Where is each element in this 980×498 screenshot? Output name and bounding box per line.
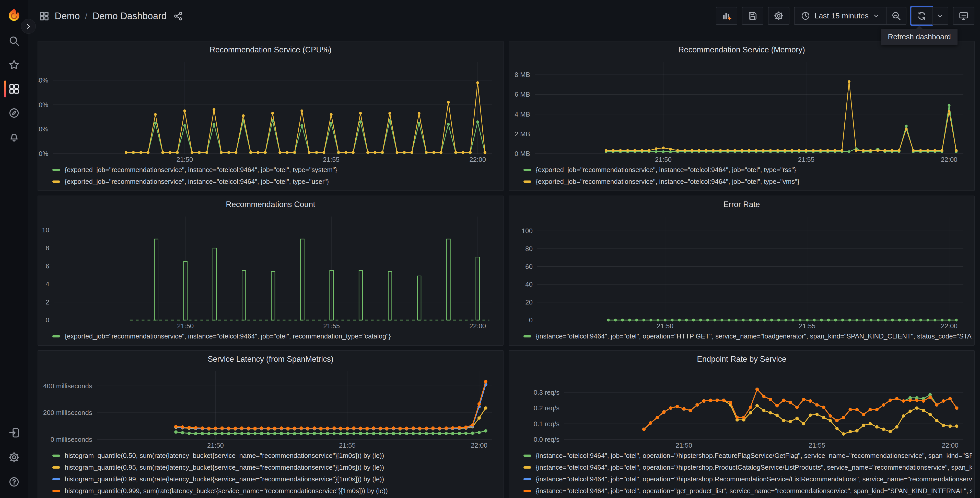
legend-item[interactable]: {exported_job="recommendationservice", i… xyxy=(523,164,972,176)
legend-item[interactable]: {instance="otelcol:9464", job="otel", op… xyxy=(523,485,972,497)
svg-text:30%: 30% xyxy=(38,77,48,84)
breadcrumb-page[interactable]: Demo Dashboard xyxy=(92,11,167,21)
legend-item[interactable]: {exported_job="recommendationservice", i… xyxy=(52,330,501,342)
svg-text:22:00: 22:00 xyxy=(471,442,487,449)
cycle-view-mode-button[interactable] xyxy=(953,7,974,25)
legend-label[interactable]: {exported_job="recommendationservice", i… xyxy=(536,178,799,185)
legend-label[interactable]: {exported_job="recommendationservice", i… xyxy=(536,166,796,174)
legend-item[interactable]: histogram_quantile(0.95, sum(rate(latenc… xyxy=(52,461,501,473)
legend-swatch xyxy=(52,335,60,337)
search-icon xyxy=(8,35,20,47)
legend-item[interactable]: histogram_quantile(0.50, sum(rate(latenc… xyxy=(52,450,501,461)
legend-swatch xyxy=(523,335,531,337)
time-series-chart[interactable]: 0 MB2 MB4 MB6 MB8 MB21:5021:5522:00 xyxy=(509,58,974,163)
panel-legend: {exported_job="recommendationservice", i… xyxy=(509,163,974,190)
panel-title[interactable]: Recommendations Count xyxy=(38,196,503,213)
legend-item[interactable]: histogram_quantile(0.99, sum(rate(latenc… xyxy=(52,473,501,485)
svg-text:21:50: 21:50 xyxy=(676,442,692,449)
sidebar-expand-button[interactable] xyxy=(21,19,36,34)
chart-canvas[interactable]: 02040608010021:5021:5522:00 xyxy=(509,213,974,330)
legend-item[interactable]: {instance="otelcol:9464", job="otel", op… xyxy=(523,450,972,461)
time-range-picker[interactable]: Last 15 minutes xyxy=(794,7,886,25)
panel-title[interactable]: Error Rate xyxy=(509,196,974,213)
sign-in-icon xyxy=(8,427,20,439)
legend-label[interactable]: {exported_job="recommendationservice", i… xyxy=(65,166,337,174)
time-series-chart[interactable]: 0%10%20%30%21:5021:5522:00 xyxy=(38,58,503,163)
svg-text:2: 2 xyxy=(46,298,49,306)
legend-item[interactable]: {instance="otelcol:9464", job="otel", op… xyxy=(523,461,972,473)
legend-swatch xyxy=(52,180,60,183)
legend-item[interactable]: {exported_job="recommendationservice", i… xyxy=(52,176,501,187)
legend-label[interactable]: {exported_job="recommendationservice", i… xyxy=(65,332,391,340)
panel-title[interactable]: Endpoint Rate by Service xyxy=(509,351,974,368)
legend-label[interactable]: histogram_quantile(0.95, sum(rate(latenc… xyxy=(65,463,384,471)
sidebar-item-alerting[interactable] xyxy=(8,131,20,143)
legend-label[interactable]: {instance="otelcol:9464", job="otel", op… xyxy=(536,475,972,483)
chart-canvas[interactable]: 024681021:5021:5522:00 xyxy=(38,213,503,330)
legend-label[interactable]: histogram_quantile(0.999, sum(rate(laten… xyxy=(65,487,388,495)
panel-title[interactable]: Service Latency (from SpanMetrics) xyxy=(38,351,503,368)
svg-text:0: 0 xyxy=(529,316,533,324)
zoom-out-button[interactable] xyxy=(886,7,907,25)
time-series-chart[interactable]: 02040608010021:5021:5522:00 xyxy=(509,213,974,330)
dashboard-settings-button[interactable] xyxy=(768,7,789,25)
sidebar-item-starred[interactable] xyxy=(8,59,20,71)
bar-chart[interactable]: 024681021:5021:5522:00 xyxy=(38,213,503,330)
svg-text:20%: 20% xyxy=(38,101,48,109)
legend-swatch xyxy=(523,180,531,183)
add-panel-button[interactable] xyxy=(716,7,737,25)
grafana-logo[interactable] xyxy=(6,8,22,24)
refresh-dashboard-button[interactable] xyxy=(911,7,932,25)
legend-label[interactable]: {instance="otelcol:9464", job="otel", op… xyxy=(536,463,972,471)
svg-text:0%: 0% xyxy=(38,150,48,158)
svg-text:60: 60 xyxy=(525,263,533,270)
svg-text:22:00: 22:00 xyxy=(469,322,486,330)
legend-item[interactable]: {exported_job="recommendationservice", i… xyxy=(52,164,501,176)
legend-label[interactable]: histogram_quantile(0.50, sum(rate(latenc… xyxy=(65,452,384,460)
legend-label[interactable]: {instance="otelcol:9464", job="otel", op… xyxy=(536,487,972,495)
apps-grid-icon xyxy=(39,11,49,21)
sidebar-item-configuration[interactable] xyxy=(8,452,20,463)
svg-text:21:50: 21:50 xyxy=(657,322,673,330)
svg-text:0.1 req/s: 0.1 req/s xyxy=(534,420,560,428)
sidebar-item-dashboards[interactable] xyxy=(8,83,20,95)
panel-legend: {exported_job="recommendationservice", i… xyxy=(38,330,503,345)
svg-text:80: 80 xyxy=(525,245,533,252)
legend-item[interactable]: {instance="otelcol:9464", job="otel", op… xyxy=(523,473,972,485)
chart-canvas[interactable]: 0 milliseconds200 milliseconds400 millis… xyxy=(38,368,503,449)
legend-label[interactable]: {instance="otelcol:9464", job="otel", op… xyxy=(536,332,972,340)
legend-label[interactable]: {exported_job="recommendationservice", i… xyxy=(65,178,329,185)
panel-title[interactable]: Recommendation Service (CPU%) xyxy=(38,42,503,58)
panel-recommendation-cpu: Recommendation Service (CPU%) 0%10%20%30… xyxy=(38,41,504,191)
svg-text:0 milliseconds: 0 milliseconds xyxy=(51,436,92,443)
sidebar-item-explore[interactable] xyxy=(8,107,20,119)
clock-icon xyxy=(801,11,810,21)
time-series-chart[interactable]: 0.0 req/s0.1 req/s0.2 req/s0.3 req/s21:5… xyxy=(509,368,974,449)
sidebar-item-help[interactable] xyxy=(8,476,20,488)
sidebar xyxy=(0,0,28,498)
chart-canvas[interactable]: 0%10%20%30%21:5021:5522:00 xyxy=(38,58,503,163)
chevron-right-icon xyxy=(25,23,32,30)
breadcrumb-section[interactable]: Demo xyxy=(55,11,80,21)
chart-canvas[interactable]: 0.0 req/s0.1 req/s0.2 req/s0.3 req/s21:5… xyxy=(509,368,974,449)
share-icon[interactable] xyxy=(173,11,183,21)
svg-text:21:55: 21:55 xyxy=(798,156,815,163)
breadcrumb-separator: / xyxy=(85,11,88,21)
save-dashboard-button[interactable] xyxy=(742,7,764,25)
time-series-chart[interactable]: 0 milliseconds200 milliseconds400 millis… xyxy=(38,368,503,449)
sidebar-item-search[interactable] xyxy=(8,35,20,47)
legend-label[interactable]: histogram_quantile(0.99, sum(rate(latenc… xyxy=(65,475,384,483)
legend-item[interactable]: {exported_job="recommendationservice", i… xyxy=(523,176,972,187)
sidebar-item-sign-in[interactable] xyxy=(8,427,20,439)
legend-label[interactable]: {instance="otelcol:9464", job="otel", op… xyxy=(536,452,972,460)
legend-item[interactable]: histogram_quantile(0.999, sum(rate(laten… xyxy=(52,485,501,497)
top-navigation: Demo / Demo Dashboard Last 15 minutes xyxy=(28,0,980,32)
tooltip-text: Refresh dashboard xyxy=(888,33,951,41)
apps-grid-icon xyxy=(8,83,20,95)
svg-text:21:55: 21:55 xyxy=(339,442,356,449)
refresh-interval-dropdown[interactable] xyxy=(932,7,948,25)
chart-canvas[interactable]: 0 MB2 MB4 MB6 MB8 MB21:5021:5522:00 xyxy=(509,58,974,163)
legend-item[interactable]: {instance="otelcol:9464", job="otel", op… xyxy=(523,330,972,342)
svg-text:21:50: 21:50 xyxy=(177,322,194,330)
svg-text:21:55: 21:55 xyxy=(808,442,825,449)
